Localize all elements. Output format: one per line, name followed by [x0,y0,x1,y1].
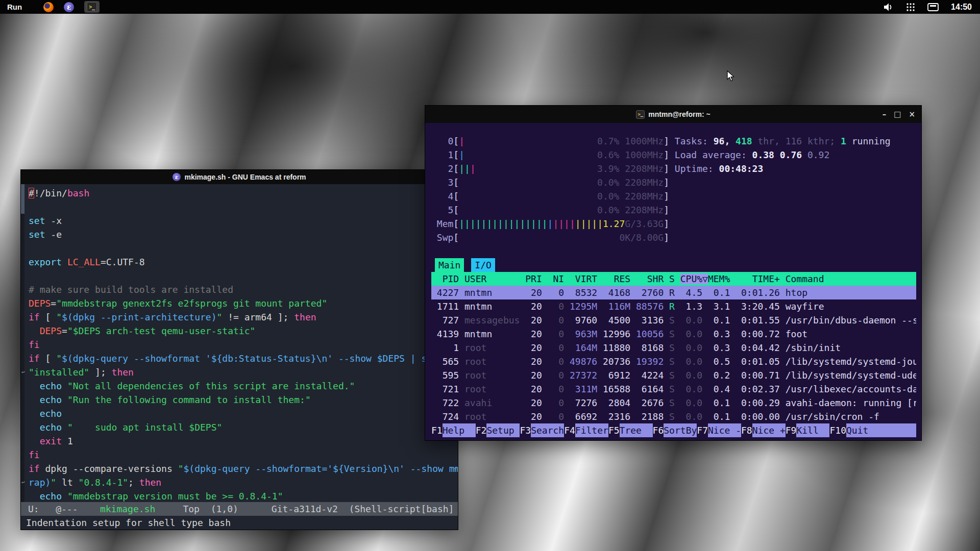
code-line: exit 1 [29,434,458,448]
code-line: fi [29,338,458,352]
code-line: echo "mmdebstrap version must be >= 0.8.… [29,489,458,502]
code-line: ↪if dpkg --compare-versions "$(dpkg-quer… [29,462,458,475]
emacs-body: #!/bin/bashset -xset -eexport LC_ALL=C.U… [21,184,458,530]
taskbar: Run ε >_ 14:50 [0,0,980,14]
terminal-icon[interactable]: >_ [84,1,100,13]
fnaction-setup[interactable]: Setup [486,423,520,437]
fnkey-f9: F9 [786,423,797,437]
cpu-meter-5: 5[0.0% 2208MHz] [431,203,921,217]
terminal-glyph: >_ [87,2,97,12]
process-row[interactable]: 724 root 20 0 6692 2316 2188 S 0.0 0.1 0… [431,410,916,423]
code-line: DEPS="$DEPS arch-test qemu-user-static" [29,324,458,338]
clock: 14:50 [951,3,972,12]
code-line: DEPS="mmdebstrap genext2fs e2fsprogs git… [29,296,458,310]
terminal-titlebar[interactable]: >_ mntmn@reform: ~ –□× [425,106,921,123]
window-control-button[interactable]: – [883,110,887,119]
volume-icon[interactable] [884,3,894,12]
cpu-meter-1: 1[|0.6% 1000MHz] Load average: 0.38 0.76… [431,148,921,162]
fnaction-help[interactable]: Help [443,423,476,437]
cpu-meter-4: 4[0.0% 2208MHz] [431,189,921,203]
tab-io[interactable]: I/O [471,258,495,272]
swp-meter: Swp[0K/8.00G] [431,231,921,244]
terminal-window-icon: >_ [636,110,645,119]
fnkey-f1: F1 [431,423,443,437]
code-line [29,241,458,255]
code-line: export LC_ALL=C.UTF-8 [29,255,458,269]
emacs-echo-area: Indentation setup for shell type bash [21,516,458,530]
fnaction-tree[interactable]: Tree [620,423,653,437]
apps-grid-icon[interactable] [906,3,915,12]
code-line: ↩"installed" ]; then [29,365,458,379]
cpu-meter-2: 2[|||3.9% 2208MHz] Uptime: 00:48:23 [431,162,921,176]
mouse-cursor [727,70,734,82]
code-line [29,269,458,283]
process-row[interactable]: 722 avahi 20 0 7276 2804 2676 S 0.0 0.1 … [431,396,916,410]
fnkey-f7: F7 [697,423,708,437]
tab-main[interactable]: Main [435,258,464,272]
code-line: echo [29,407,458,420]
fnkey-f3: F3 [520,423,531,437]
code-line: set -e [29,228,458,241]
run-button[interactable]: Run [7,3,22,11]
emacs-modeline: U: @--- mkimage.sh Top (1,0) Git-a311d-v… [21,502,458,516]
code-line: echo "Not all dependencies of this scrip… [29,379,458,393]
code-line: if [ "$(dpkg-query --showformat '${db:St… [29,352,458,365]
emacs-window-icon: ε [173,173,181,181]
code-line: #!/bin/bash [29,186,458,200]
code-line: # make sure build tools are installed [29,283,458,296]
fnaction-nice[interactable]: Nice + [752,423,786,437]
fnaction-nice[interactable]: Nice - [708,423,741,437]
cpu-meter-0: 0[|0.7% 1000MHz] Tasks: 96, 418 thr, 116… [431,134,921,148]
process-row[interactable]: 721 root 20 0 311M 16588 6164 S 0.0 0.4 … [431,382,916,396]
code-line: fi [29,448,458,462]
emacs-window-title: mkimage.sh - GNU Emacs at reform [184,173,306,181]
fnkey-f10: F10 [829,423,846,437]
process-row[interactable]: 565 root 20 0 49876 20736 19392 S 0.0 0.… [431,355,916,368]
fnkey-f4: F4 [564,423,575,437]
code-line: echo " sudo apt install $DEPS" [29,420,458,434]
process-table-header[interactable]: PID USER PRI NI VIRT RES SHR S CPU%▽MEM%… [431,272,916,286]
taskbar-status-area: 14:50 [884,3,972,12]
emacs-scrollbar[interactable] [21,184,24,502]
cpu-meter-3: 3[0.0% 2208MHz] [431,176,921,189]
code-line [29,200,458,214]
process-row[interactable]: 1 root 20 0 164M 11880 8168 S 0.0 0.3 0:… [431,341,916,355]
process-row[interactable]: 4139 mntmn 20 0 963M 12996 10056 S 0.0 0… [431,327,916,341]
taskbar-launchers: ε >_ [43,1,100,13]
fnaction-quit[interactable]: Quit [846,423,916,437]
process-row[interactable]: 595 root 20 0 27372 6912 4224 S 0.0 0.2 … [431,368,916,382]
fnaction-filter[interactable]: Filter [575,423,608,437]
emacs-titlebar[interactable]: ε mkimage.sh - GNU Emacs at reform – [21,170,458,184]
code-line: ↩rap)" lt "0.8.4-1"; then [29,475,458,489]
window-control-button[interactable]: □ [894,110,901,119]
window-control-button[interactable]: × [909,110,915,119]
fnkey-f6: F6 [653,423,664,437]
function-key-bar: F1Help F2Setup F3SearchF4FilterF5Tree F6… [431,423,916,437]
code-line: set -x [29,214,458,228]
emacs-window: ε mkimage.sh - GNU Emacs at reform – #!/… [20,169,458,530]
process-row[interactable]: 1711 mntmn 20 0 1295M 116M 88576 R 1.3 3… [431,299,916,313]
emacs-icon[interactable]: ε [64,2,74,12]
emacs-buffer[interactable]: #!/bin/bashset -xset -eexport LC_ALL=C.U… [21,184,458,502]
code-line: echo "Run the following command to insta… [29,393,458,407]
process-row[interactable]: 4227 mntmn 20 0 8532 4168 2760 R 4.5 0.1… [431,286,916,299]
fnaction-kill[interactable]: Kill [796,423,829,437]
terminal-window-controls: –□× [883,106,915,123]
fnaction-search[interactable]: Search [531,423,564,437]
fnkey-f2: F2 [476,423,487,437]
htop-screen[interactable]: 0[|0.7% 1000MHz] Tasks: 96, 418 thr, 116… [425,123,921,452]
fnkey-f5: F5 [608,423,620,437]
fnkey-f8: F8 [741,423,752,437]
terminal-window: >_ mntmn@reform: ~ –□× 0[|0.7% 1000MHz] … [425,105,922,441]
code-line: if [ "$(dpkg --print-architecture)" != a… [29,310,458,324]
terminal-window-title: mntmn@reform: ~ [648,110,710,118]
keyboard-icon[interactable] [927,3,939,11]
fnaction-sortby[interactable]: SortBy [664,423,697,437]
process-row[interactable]: 727 messagebus 20 0 9760 4500 3136 S 0.0… [431,313,916,327]
desktop: Run ε >_ 14:50 [0,0,980,551]
emacs-scrollbar-thumb[interactable] [21,184,24,214]
mem-meter: Mem[||||||||||||||||||||||||||1.27G/3.63… [431,217,921,231]
firefox-icon[interactable] [43,2,54,12]
